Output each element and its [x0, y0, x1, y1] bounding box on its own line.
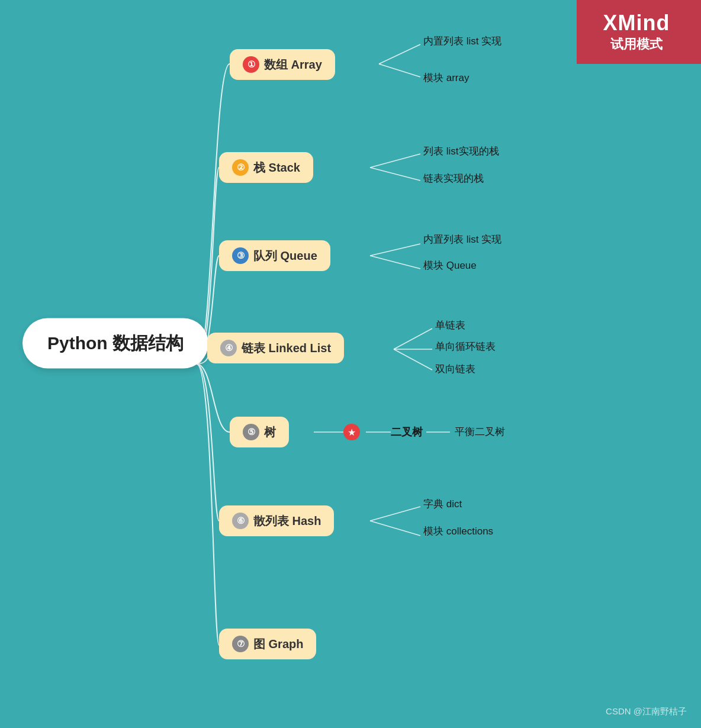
leaf-array-2: 模块 array: [423, 71, 469, 85]
badge-4: ④: [220, 340, 237, 356]
xmind-subtitle: 试用模式: [589, 36, 684, 53]
branch-tree-label: 树: [264, 424, 276, 440]
xmind-title: XMind: [589, 11, 684, 36]
leaf-ll-2: 单向循环链表: [435, 340, 496, 353]
branch-array: ① 数组 Array: [230, 49, 335, 80]
leaf-ll-3: 双向链表: [435, 362, 475, 376]
branch-tree: ⑤ 树: [230, 417, 289, 447]
badge-6: ⑥: [232, 513, 249, 529]
branch-graph: ⑦ 图 Graph: [219, 629, 316, 659]
leaf-stack-2: 链表实现的栈: [423, 172, 484, 185]
root-node: Python 数据结构: [22, 318, 208, 369]
sub-branch-binary-tree: 二叉树: [391, 425, 423, 439]
branch-hash-label: 散列表 Hash: [253, 513, 321, 529]
leaf-hash-1: 字典 dict: [423, 497, 462, 511]
leaf-stack-1: 列表 list实现的栈: [423, 144, 499, 158]
branch-queue-label: 队列 Queue: [253, 248, 317, 264]
branch-linked-list: ④ 链表 Linked List: [207, 333, 344, 363]
leaf-array-1: 内置列表 list 实现: [423, 34, 501, 48]
xmind-banner: XMind 试用模式: [577, 0, 701, 64]
leaf-ll-1: 单链表: [435, 318, 465, 332]
watermark: CSDN @江南野桔子: [606, 706, 687, 717]
badge-5: ⑤: [243, 424, 259, 440]
branch-hash: ⑥ 散列表 Hash: [219, 505, 334, 536]
branch-stack-label: 栈 Stack: [253, 160, 300, 176]
badge-3: ③: [232, 247, 249, 264]
leaf-balanced-tree: 平衡二叉树: [455, 425, 505, 439]
branch-queue: ③ 队列 Queue: [219, 240, 330, 271]
star-badge-container: ★: [343, 424, 360, 440]
branch-stack: ② 栈 Stack: [219, 152, 313, 183]
branch-array-label: 数组 Array: [264, 57, 322, 73]
branch-linked-list-label: 链表 Linked List: [242, 340, 331, 356]
leaf-queue-1: 内置列表 list 实现: [423, 233, 501, 246]
branch-graph-label: 图 Graph: [253, 636, 303, 652]
badge-7: ⑦: [232, 636, 249, 652]
leaf-queue-2: 模块 Queue: [423, 259, 477, 272]
badge-2: ②: [232, 159, 249, 176]
badge-1: ①: [243, 56, 259, 73]
leaf-hash-2: 模块 collections: [423, 524, 493, 538]
star-icon: ★: [343, 424, 360, 440]
